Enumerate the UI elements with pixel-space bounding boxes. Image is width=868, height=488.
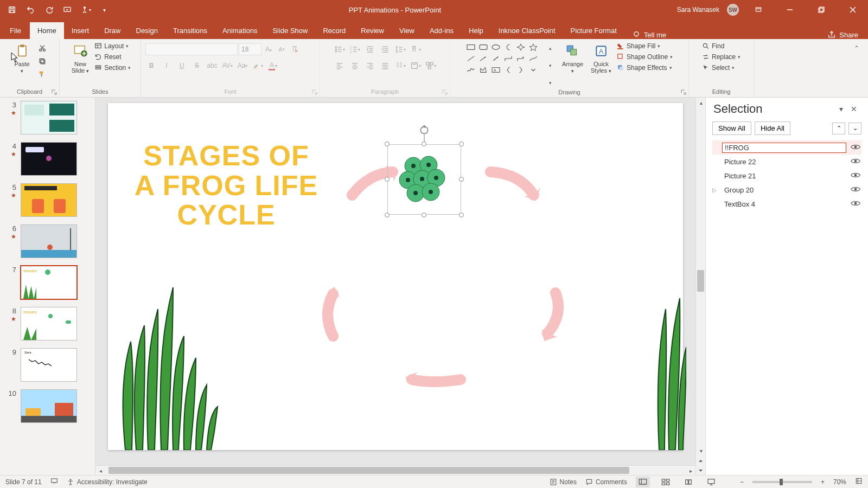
accessibility-checker[interactable]: Accessibility: Investigate bbox=[67, 478, 148, 486]
selected-object-frame[interactable] bbox=[387, 144, 461, 215]
tab-record[interactable]: Record bbox=[315, 22, 353, 39]
shape-moon[interactable] bbox=[503, 43, 513, 51]
move-up-button[interactable]: ⌃ bbox=[832, 123, 845, 134]
thumbnail-slide-6[interactable]: 6★ bbox=[4, 224, 91, 258]
shape-more[interactable] bbox=[528, 66, 538, 74]
selection-item[interactable]: !!FROG bbox=[712, 140, 861, 155]
clear-formatting-icon[interactable] bbox=[289, 43, 301, 55]
tab-draw[interactable]: Draw bbox=[97, 22, 128, 39]
shape-star4[interactable] bbox=[516, 43, 526, 51]
increase-indent-icon[interactable] bbox=[379, 43, 391, 55]
align-center-icon[interactable] bbox=[349, 60, 361, 72]
increase-font-icon[interactable]: A▴ bbox=[263, 43, 275, 55]
prev-slide-icon[interactable]: ⏶ bbox=[696, 455, 706, 465]
visibility-toggle-icon[interactable] bbox=[850, 185, 861, 195]
tab-slideshow[interactable]: Slide Show bbox=[265, 22, 315, 39]
font-name-input[interactable] bbox=[145, 43, 238, 55]
decrease-font-icon[interactable]: A▾ bbox=[276, 43, 288, 55]
hide-all-button[interactable]: Hide All bbox=[755, 121, 790, 135]
shape-freeform[interactable] bbox=[478, 66, 488, 74]
notes-button[interactable]: Notes bbox=[550, 478, 577, 486]
visibility-toggle-icon[interactable] bbox=[850, 143, 861, 152]
normal-view-icon[interactable] bbox=[636, 477, 650, 487]
shape-fill-button[interactable]: Shape Fill▾ bbox=[617, 42, 673, 50]
maximize-icon[interactable] bbox=[809, 0, 833, 20]
selection-item[interactable]: Picture 21 bbox=[712, 169, 861, 183]
thumbnail-slide-8[interactable]: 8★STAGES bbox=[4, 307, 91, 341]
shape-line[interactable] bbox=[466, 55, 476, 62]
tell-me-search[interactable]: Tell me bbox=[624, 30, 674, 39]
shape-elbow-arrow[interactable] bbox=[516, 55, 526, 62]
slide-canvas[interactable]: STAGES OF A FROG LIFE CYCLE bbox=[108, 103, 683, 450]
rotate-handle-icon[interactable] bbox=[419, 125, 430, 136]
selection-item-name[interactable]: Group 20 bbox=[722, 185, 846, 195]
copy-icon[interactable] bbox=[36, 55, 48, 67]
slide-counter[interactable]: Slide 7 of 11 bbox=[5, 478, 42, 486]
zoom-out-button[interactable]: − bbox=[740, 478, 744, 486]
shape-double-arrow[interactable] bbox=[491, 55, 501, 62]
align-text-icon[interactable]: ▾ bbox=[410, 60, 422, 72]
ribbon-display-options-icon[interactable] bbox=[746, 0, 770, 20]
new-slide-button[interactable]: New Slide ▾ bbox=[69, 41, 92, 75]
shapes-scroll-down-icon[interactable]: ▾ bbox=[545, 60, 557, 72]
user-avatar[interactable]: SW bbox=[727, 4, 739, 16]
zoom-in-button[interactable]: + bbox=[821, 478, 825, 486]
cut-icon[interactable] bbox=[36, 42, 48, 54]
tab-insert[interactable]: Insert bbox=[64, 22, 97, 39]
shape-rectangle[interactable] bbox=[466, 43, 476, 51]
slideshow-view-icon[interactable] bbox=[704, 477, 718, 487]
text-direction-icon[interactable]: ▾ bbox=[410, 43, 422, 55]
move-down-button[interactable]: ⌄ bbox=[848, 123, 861, 134]
undo-icon[interactable] bbox=[24, 3, 37, 16]
shape-arrow-line[interactable] bbox=[478, 55, 488, 62]
share-button[interactable]: Share bbox=[818, 30, 868, 39]
selection-item[interactable]: TextBox 4 bbox=[712, 197, 861, 211]
shape-outline-button[interactable]: Shape Outline▾ bbox=[617, 53, 673, 61]
shapes-scroll-up-icon[interactable]: ▴ bbox=[545, 42, 557, 54]
paragraph-launcher-icon[interactable] bbox=[442, 89, 448, 95]
find-button[interactable]: Find bbox=[702, 42, 741, 50]
bullets-icon[interactable]: ▾ bbox=[334, 43, 346, 55]
thumbnail-slide-10[interactable]: 10 bbox=[4, 389, 91, 423]
selection-pane-close-icon[interactable]: ✕ bbox=[847, 102, 860, 115]
vertical-scrollbar[interactable]: ▴ ▾ ⏶ ⏷ bbox=[695, 98, 705, 475]
selection-item[interactable]: Picture 22 bbox=[712, 155, 861, 169]
font-launcher-icon[interactable] bbox=[311, 89, 318, 95]
shape-rounded-rectangle[interactable] bbox=[478, 43, 488, 51]
comments-button[interactable]: Comments bbox=[585, 478, 627, 486]
scroll-up-icon[interactable]: ▴ bbox=[696, 98, 706, 107]
h-scroll-thumb[interactable] bbox=[108, 467, 629, 474]
thumbnail-slide-7[interactable]: 7STAGES bbox=[4, 266, 91, 299]
tab-design[interactable]: Design bbox=[129, 22, 165, 39]
line-spacing-icon[interactable]: ▾ bbox=[394, 43, 406, 55]
shape-effects-button[interactable]: Shape Effects▾ bbox=[617, 64, 673, 72]
shape-curved-connector[interactable] bbox=[528, 55, 538, 62]
selection-item-name[interactable]: Picture 21 bbox=[722, 171, 846, 181]
highlight-icon[interactable]: ▾ bbox=[252, 60, 264, 72]
clipboard-launcher-icon[interactable] bbox=[51, 89, 58, 95]
change-case-icon[interactable]: Aa▾ bbox=[237, 60, 248, 72]
bold-icon[interactable]: B bbox=[145, 60, 157, 72]
v-scroll-thumb[interactable] bbox=[697, 270, 704, 292]
slide-sorter-view-icon[interactable] bbox=[659, 477, 673, 487]
customize-qat-icon[interactable]: ▾ bbox=[98, 3, 111, 16]
font-color-icon[interactable]: A▾ bbox=[267, 60, 279, 72]
format-painter-icon[interactable] bbox=[36, 68, 48, 80]
smartart-icon[interactable]: ▾ bbox=[425, 60, 437, 72]
collapse-ribbon-icon[interactable]: ⌃ bbox=[851, 42, 863, 54]
shape-elbow-connector[interactable] bbox=[503, 55, 513, 62]
show-all-button[interactable]: Show All bbox=[712, 121, 751, 135]
italic-icon[interactable]: I bbox=[161, 60, 173, 72]
section-button[interactable]: Section▾ bbox=[94, 64, 131, 72]
redo-icon[interactable] bbox=[42, 3, 55, 16]
scroll-down-icon[interactable]: ▾ bbox=[696, 446, 706, 455]
shape-brace-left[interactable] bbox=[503, 66, 513, 74]
align-left-icon[interactable] bbox=[334, 60, 346, 72]
tab-transitions[interactable]: Transitions bbox=[165, 22, 215, 39]
fit-to-window-icon[interactable] bbox=[855, 477, 863, 486]
tab-help[interactable]: Help bbox=[461, 22, 491, 39]
font-size-input[interactable]: 18 bbox=[239, 43, 261, 55]
scroll-left-icon[interactable]: ◂ bbox=[95, 466, 105, 476]
tab-inknoe-classpoint[interactable]: Inknoe ClassPoint bbox=[491, 22, 563, 39]
tab-view[interactable]: View bbox=[392, 22, 422, 39]
